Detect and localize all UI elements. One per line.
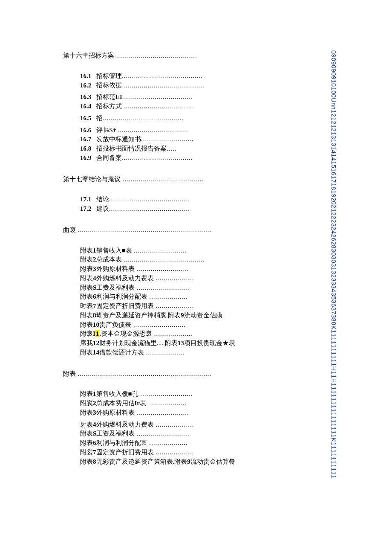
attach-text: 附表S工资及福利表 (80, 430, 135, 437)
toc-text: 发放中标通知书 (96, 135, 141, 144)
toc-text: 招标范EI (96, 93, 122, 102)
toc-item-16-6: 16.6评∣⅞S∕r .............................… (80, 126, 337, 135)
attach-a-8: 附表8瑚责产及递延资产捧梢褱.附表9流动责金估膜 (80, 311, 337, 320)
toc-num: 16.6 (80, 126, 96, 135)
toc-leader: ........................................ (109, 204, 190, 214)
attach-a-7: 时表7固定资产折旧费用表 ................... (80, 302, 337, 311)
toc-num: 16.4 (80, 102, 96, 111)
attach-text: 附表3外购原材料表 (80, 265, 135, 272)
attach-text: 附表14借款偿还计方表 (80, 349, 144, 356)
toc-leader: .......................... (135, 265, 189, 272)
attach-text: 附表1销售收入■表 (80, 247, 132, 254)
toc-leader: ........................................ (114, 52, 197, 59)
toc-item-17-2: 17.2建议 .................................… (80, 204, 337, 214)
attach-a-1: 附表1销售收入■表 .......................... (80, 246, 337, 256)
attach-b-3: 附表3外购原材料表 .......................... (80, 408, 337, 418)
toc-num: 17.2 (80, 204, 96, 214)
attach-a-3: 附表3外购原材料表 .......................... (80, 264, 337, 274)
toc-leader: ................... (154, 449, 194, 456)
toc-leader: ................................... (122, 154, 193, 163)
toc-item-16-7: 16.7发放中标通知书 .......................... (80, 135, 337, 144)
toc-item-16-2: 16.2招标依据 ...............................… (80, 81, 337, 90)
attach-a-2: 附表2总成本表 ................................… (80, 255, 337, 264)
attach-text: 附表6利润与利润分配褱 (80, 439, 147, 446)
toc-num: 16.8 (80, 144, 96, 154)
document-page: 第十六聿招标方案 ...............................… (0, 0, 392, 555)
toc-leader: ........................................ (103, 114, 184, 123)
attach-a-6: 附表6利涧与利涧分配表 ................... (80, 292, 337, 302)
toc-item-17-1: 17.1结论 .................................… (80, 195, 337, 204)
attach-text: 附表2总成本表 (80, 256, 122, 263)
toc-leader: ........................................ (122, 72, 203, 81)
toc-leader: ........................................ (109, 195, 190, 204)
toc-leader: ................... (154, 421, 194, 428)
toc-leader: .......................... (131, 321, 186, 328)
toc-num: 16.2 (80, 81, 96, 90)
toc-leader: .......................... (138, 390, 193, 397)
toc-num: 17.1 (80, 195, 96, 204)
attach-text: 附褱I1.资本金现金源恐褱 (80, 330, 152, 337)
toc-item-16-5: 16.5招 ..................................… (80, 114, 337, 123)
toc-item-16-9: 16.9合同备案 ...............................… (80, 154, 337, 163)
attach-b-6: 附表6利润与利润分配褱 ................... (80, 439, 337, 448)
toc-leader: ........................................… (76, 227, 211, 233)
attach-text: 附表6利涧与利涧分配表 (80, 293, 147, 300)
toc-leader: ................... (146, 400, 187, 407)
toc-num: 16.3 (80, 93, 96, 102)
toc-leader: ........................................ (122, 256, 205, 263)
toc-leader: .......................... (135, 430, 189, 437)
toc-leader: ................... (144, 349, 184, 356)
toc-leader: ........................................… (76, 370, 211, 377)
attach-a-10: 附表10贵产负债表 .......................... (80, 320, 337, 330)
attach-text: 附表1第售收入覆■孔 (80, 390, 138, 397)
toc-leader: ................................... (122, 93, 193, 102)
toc-text: 招标管理 (96, 72, 122, 81)
attach-a-14: 附表14借款偿还计方表 ................... (80, 348, 337, 357)
page-number-column: 0909090910100Unn121212131314141516171819… (331, 50, 337, 520)
toc-text: 合同备案 (96, 154, 122, 163)
attach-text: 时表7固定资产折旧费用表 (80, 302, 154, 309)
toc-text: 招投标书面情况报告备案 (96, 144, 167, 154)
toc-leader: ................................... (118, 126, 188, 135)
toc-text: 评∣⅞S∕r (96, 126, 116, 135)
attach-text: 附表3外购原材料表 (80, 409, 135, 416)
toc-item-16-8: 16.8招投标书面情况报告备案..... (80, 144, 337, 154)
toc-leader: ................... (147, 293, 188, 300)
toc-text: 建议 (96, 204, 109, 214)
attach-b-1: 附表1第售收入覆■孔 .......................... (80, 389, 337, 399)
toc-leader: ........................................ (124, 81, 205, 90)
attach-a-5: 附表S工费及福利表 .......................... (80, 283, 337, 293)
appendix-a-title: 曲裒 .....................................… (63, 226, 337, 235)
toc-leader: ................... (147, 439, 188, 446)
toc-leader: ................................... (124, 102, 194, 111)
attach-text: 附表10贵产负债表 (80, 321, 131, 328)
chapter-text: 第十七章结论与庵议 (63, 176, 121, 183)
chapter-17-title: 第十七章结论与庵议 ..............................… (63, 175, 337, 184)
attach-a-11: 附褱I1.资本金现金源恐褱 ................... (80, 329, 337, 339)
toc-leader: ................... (154, 302, 194, 309)
chapter-text: 第十六聿招标方案 (63, 52, 114, 59)
attach-text: 附表S工费及福利表 (80, 284, 135, 291)
appendix-text: 附表 (63, 370, 76, 377)
toc-num: 16.9 (80, 154, 96, 163)
attach-text: 附表8无彩责产及递延资产策箱表.附表9流动贵金估算餐 (80, 458, 235, 465)
appendix-b-title: 附表 .....................................… (63, 369, 337, 379)
appendix-text: 曲裒 (63, 227, 76, 233)
attach-b-7: 附裳7固定资产折旧费用表 ................... (80, 448, 337, 457)
attach-b-5: 附表S工资及福利表 .......................... (80, 429, 337, 439)
toc-num: 16.7 (80, 135, 96, 144)
toc-leader: ................... (154, 275, 194, 282)
attach-text: 附裳7固定资产折旧费用表 (80, 449, 154, 456)
toc-num: 16.5 (80, 114, 96, 123)
toc-leader: ..... (167, 144, 177, 154)
toc-leader: .......................... (141, 135, 194, 144)
attach-b-4: 射表4外购燃料及动力费表 ................... (80, 420, 337, 430)
toc-leader: .......................... (135, 409, 189, 416)
attach-text: 附褱2总成本费用估Ir表 (80, 400, 146, 407)
toc-item-16-1: 16.1招标管理 ...............................… (80, 72, 337, 81)
attach-text: 附表4外购燃料及动力费表 (80, 275, 154, 282)
toc-leader: ........................................ (121, 176, 204, 183)
chapter-16-title: 第十六聿招标方案 ...............................… (63, 51, 337, 61)
toc-leader: .......................... (132, 247, 187, 254)
attach-text: 附表8瑚责产及递延资产捧梢褱.附表9流动责金估膜 (80, 312, 222, 319)
